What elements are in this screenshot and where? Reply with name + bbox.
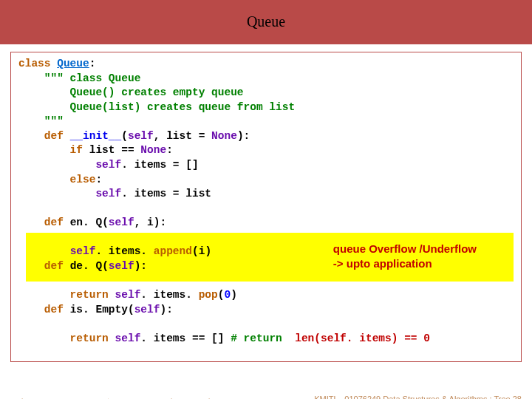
- docstring-l4: Queue(list) creates queue from list: [18, 101, 295, 113]
- pre2: [18, 188, 95, 200]
- p2: (: [102, 216, 109, 228]
- close4: ): [231, 289, 237, 301]
- self6: self: [109, 260, 134, 272]
- self10: self: [321, 332, 347, 344]
- course: 01076249 Data Structures & Algorithms : …: [344, 395, 522, 399]
- deq: de. Q: [70, 260, 103, 272]
- none: None: [211, 130, 237, 142]
- self: self: [128, 130, 154, 142]
- code-content: class Queue: """ class Queue Queue() cre…: [18, 57, 514, 346]
- items2: . items.: [140, 289, 198, 301]
- ret2: return: [18, 332, 115, 344]
- pop: pop: [199, 289, 218, 301]
- self4: self: [109, 216, 134, 228]
- pre: [18, 159, 95, 171]
- zero2: 0: [423, 332, 430, 344]
- rest2: . items = list: [121, 188, 211, 200]
- slide-header: Queue: [0, 0, 532, 44]
- docstring-l3: Queue() creates empty queue: [18, 86, 244, 98]
- annotation-note: queue Overflow /Underflow -> upto applic…: [333, 242, 477, 270]
- args2: , i):: [134, 216, 167, 228]
- self3: self: [95, 188, 121, 200]
- close3: ):: [134, 260, 147, 272]
- mid: . items == []: [140, 332, 231, 344]
- def2: def: [18, 216, 70, 228]
- self7: self: [115, 289, 141, 301]
- hash: #: [231, 332, 237, 344]
- close5: ):: [160, 304, 172, 316]
- def4: def: [18, 304, 70, 316]
- isempty: is. Empty: [70, 304, 128, 316]
- pre3: [18, 245, 70, 257]
- self9: self: [115, 332, 141, 344]
- note-line2: -> upto application: [333, 256, 477, 271]
- docstring-l2: """ class Queue: [18, 72, 140, 84]
- cond: list ==: [89, 144, 141, 156]
- len: len: [295, 332, 314, 344]
- close: ):: [237, 130, 250, 142]
- kw-class: class: [18, 58, 57, 69]
- items: . items.: [95, 245, 153, 257]
- arg: (i): [192, 245, 211, 257]
- rest3: . items) ==: [347, 332, 423, 344]
- none2: None: [140, 144, 166, 156]
- footer-course: KMITL 01076249 Data Structures & Algorit…: [314, 395, 522, 399]
- ret3: return: [237, 332, 295, 344]
- init-name: __init__: [70, 130, 122, 142]
- append: append: [154, 245, 192, 257]
- code-box: class Queue: """ class Queue Queue() cre…: [10, 52, 522, 362]
- p3: (: [102, 260, 109, 272]
- docstring-l5: """: [18, 115, 64, 127]
- args: , list =: [154, 130, 211, 142]
- p6: (: [314, 332, 321, 344]
- slide-title: Queue: [247, 13, 285, 30]
- def3: def: [18, 260, 70, 272]
- footer-author2: รศ. กฤตวน ศรบรณ: [163, 395, 231, 399]
- footer-author1: รศ. ดร. บุญธร เครอตราช: [13, 395, 109, 399]
- p: (: [121, 130, 128, 142]
- colon3: :: [95, 174, 102, 185]
- colon2: :: [166, 144, 173, 156]
- else: else: [18, 174, 95, 185]
- inst: KMITL: [314, 395, 338, 399]
- if: if: [18, 144, 89, 156]
- def1: def: [18, 130, 70, 142]
- class-name: Queue: [57, 58, 89, 69]
- enq: en. Q: [70, 216, 103, 228]
- ret1: return: [18, 289, 115, 301]
- rest: . items = []: [121, 159, 198, 171]
- self2: self: [95, 159, 121, 171]
- p5: (: [128, 304, 134, 316]
- zero: 0: [224, 289, 231, 301]
- colon: :: [89, 58, 96, 69]
- self8: self: [134, 304, 160, 316]
- self5: self: [70, 245, 96, 257]
- note-line1: queue Overflow /Underflow: [333, 242, 477, 256]
